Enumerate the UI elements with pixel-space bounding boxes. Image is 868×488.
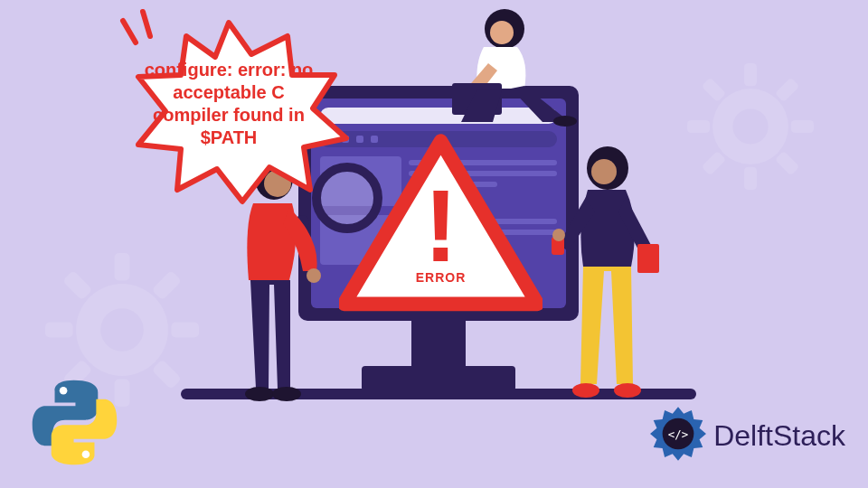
error-speech-bubble: configure: error: no acceptable C compil…: [116, 18, 351, 199]
svg-point-30: [553, 116, 577, 127]
monitor-stand-base: [362, 366, 515, 391]
svg-rect-18: [775, 151, 800, 176]
svg-rect-5: [151, 270, 182, 301]
svg-rect-11: [744, 63, 757, 86]
svg-point-19: [732, 108, 768, 144]
svg-rect-3: [45, 323, 73, 338]
python-logo-icon: [27, 375, 122, 470]
svg-line-40: [143, 12, 150, 36]
delftstack-gear-icon: </>: [650, 406, 706, 465]
svg-point-42: [82, 451, 90, 459]
svg-point-25: [245, 387, 274, 401]
svg-rect-16: [702, 151, 727, 176]
brand-name-text: DelftStack: [713, 419, 845, 453]
svg-point-41: [60, 387, 68, 395]
svg-rect-1: [115, 253, 130, 281]
svg-line-39: [123, 21, 136, 42]
svg-rect-4: [171, 323, 199, 338]
svg-point-28: [490, 21, 514, 44]
gear-decoration-right: [687, 63, 814, 190]
error-label: ERROR: [339, 270, 542, 285]
svg-rect-8: [151, 359, 182, 389]
person-top-illustration: [425, 9, 583, 127]
error-message-text: configure: error: no acceptable C compil…: [143, 59, 315, 149]
svg-rect-7: [62, 270, 93, 301]
svg-point-32: [591, 159, 617, 184]
svg-point-37: [614, 383, 641, 398]
svg-point-34: [552, 229, 565, 241]
svg-rect-17: [702, 78, 727, 103]
delftstack-brand: </> DelftStack: [650, 406, 845, 465]
svg-point-36: [572, 383, 599, 398]
person-right-illustration: [552, 145, 674, 402]
svg-rect-13: [687, 120, 710, 133]
svg-text:!: !: [424, 169, 458, 283]
svg-text:</>: </>: [668, 427, 688, 441]
svg-rect-15: [775, 78, 800, 103]
svg-point-24: [307, 268, 321, 283]
svg-point-9: [100, 308, 144, 352]
svg-rect-12: [744, 167, 757, 190]
svg-rect-14: [791, 120, 814, 133]
svg-rect-35: [637, 244, 659, 273]
svg-point-26: [272, 387, 301, 401]
